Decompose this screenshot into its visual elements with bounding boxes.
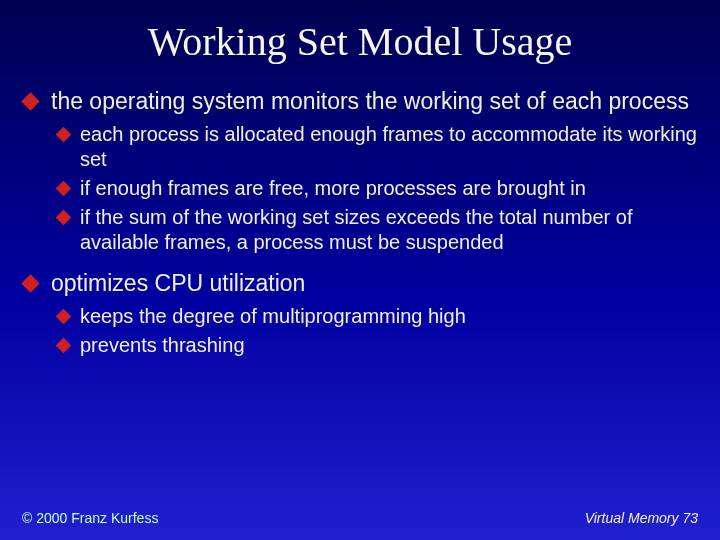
bullet-text: the operating system monitors the workin… (51, 87, 700, 116)
diamond-bullet-icon (56, 209, 72, 225)
bullet-text: if enough frames are free, more processe… (80, 176, 700, 201)
diamond-bullet-icon (21, 92, 39, 110)
bullet-text: prevents thrashing (80, 333, 700, 358)
slide-title: Working Set Model Usage (0, 0, 720, 87)
bullet-level1: optimizes CPU utilization (24, 269, 700, 298)
bullet-text: optimizes CPU utilization (51, 269, 700, 298)
diamond-bullet-icon (21, 274, 39, 292)
page-label: Virtual Memory 73 (585, 510, 698, 526)
slide-content: the operating system monitors the workin… (0, 87, 720, 358)
bullet-level2: each process is allocated enough frames … (58, 122, 700, 172)
diamond-bullet-icon (56, 337, 72, 353)
bullet-level2: if the sum of the working set sizes exce… (58, 205, 700, 255)
bullet-text: keeps the degree of multiprogramming hig… (80, 304, 700, 329)
bullet-text: each process is allocated enough frames … (80, 122, 700, 172)
diamond-bullet-icon (56, 126, 72, 142)
bullet-text: if the sum of the working set sizes exce… (80, 205, 700, 255)
slide-footer: © 2000 Franz Kurfess Virtual Memory 73 (0, 510, 720, 526)
bullet-level2: keeps the degree of multiprogramming hig… (58, 304, 700, 329)
diamond-bullet-icon (56, 308, 72, 324)
bullet-level1: the operating system monitors the workin… (24, 87, 700, 116)
bullet-level2: prevents thrashing (58, 333, 700, 358)
bullet-level2: if enough frames are free, more processe… (58, 176, 700, 201)
diamond-bullet-icon (56, 180, 72, 196)
copyright-text: © 2000 Franz Kurfess (22, 510, 158, 526)
